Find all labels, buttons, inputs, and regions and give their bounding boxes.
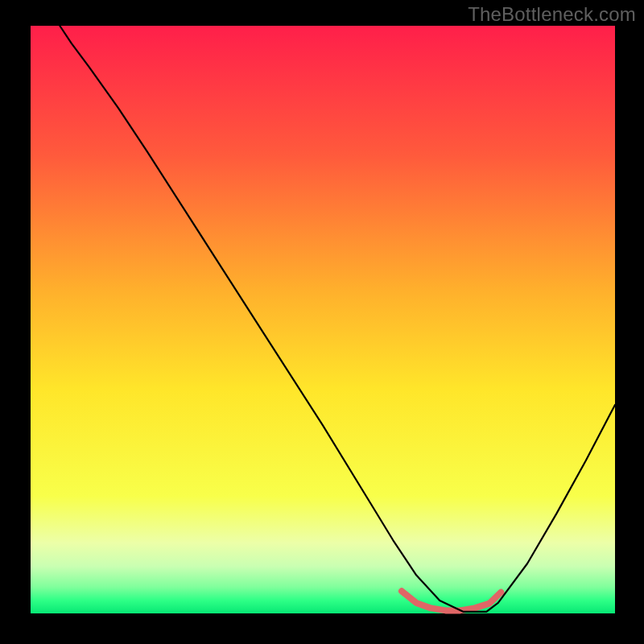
plot-background: [31, 26, 615, 613]
bottleneck-chart: [0, 0, 644, 644]
chart-frame: { "watermark": "TheBottleneck.com", "cha…: [0, 0, 644, 644]
watermark-text: TheBottleneck.com: [468, 3, 636, 26]
